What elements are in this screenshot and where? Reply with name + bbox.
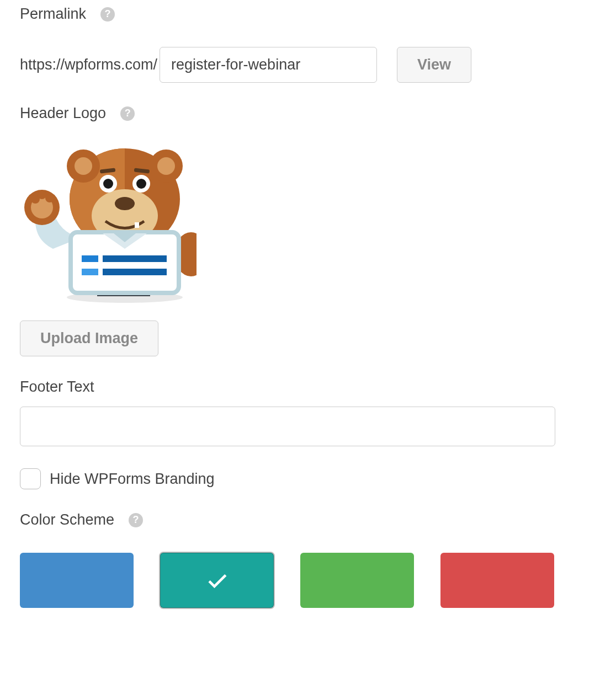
color-swatch-0[interactable] xyxy=(20,553,134,608)
svg-rect-26 xyxy=(82,255,98,262)
footer-text-label: Footer Text xyxy=(20,378,94,396)
help-icon[interactable]: ? xyxy=(100,7,115,22)
footer-text-label-row: Footer Text xyxy=(20,378,94,396)
svg-point-13 xyxy=(157,157,175,175)
color-scheme-label-row: Color Scheme ? xyxy=(20,511,143,528)
view-button[interactable]: View xyxy=(397,47,471,83)
check-icon xyxy=(205,568,229,592)
color-swatch-3[interactable] xyxy=(440,553,554,608)
svg-point-20 xyxy=(136,179,146,189)
footer-text-input[interactable] xyxy=(20,407,555,446)
header-logo-section: Header Logo ? xyxy=(20,105,596,356)
color-scheme-label: Color Scheme xyxy=(20,511,114,528)
permalink-prefix: https://wpforms.com/ xyxy=(20,56,157,73)
svg-rect-27 xyxy=(103,255,167,262)
svg-point-6 xyxy=(38,190,46,199)
color-swatch-2[interactable] xyxy=(300,553,414,608)
svg-rect-29 xyxy=(103,269,167,275)
hide-branding-label: Hide WPForms Branding xyxy=(50,471,215,488)
header-logo-label: Header Logo xyxy=(20,105,106,122)
help-icon[interactable]: ? xyxy=(120,106,135,121)
color-scheme-section: Color Scheme ? xyxy=(20,511,596,608)
permalink-input[interactable] xyxy=(160,47,377,83)
permalink-input-row: https://wpforms.com/ View xyxy=(20,47,596,83)
svg-rect-16 xyxy=(135,222,139,228)
header-logo-label-row: Header Logo ? xyxy=(20,105,135,122)
help-icon[interactable]: ? xyxy=(129,513,143,527)
permalink-label-row: Permalink ? xyxy=(20,6,115,23)
svg-point-11 xyxy=(75,157,92,175)
svg-point-18 xyxy=(103,179,113,189)
color-swatch-row xyxy=(20,553,596,608)
upload-image-button[interactable]: Upload Image xyxy=(20,321,158,356)
svg-rect-28 xyxy=(82,269,98,275)
permalink-label: Permalink xyxy=(20,6,86,23)
color-swatch-1[interactable] xyxy=(160,553,274,608)
svg-point-7 xyxy=(45,194,54,202)
logo-preview xyxy=(20,138,197,304)
permalink-section: Permalink ? https://wpforms.com/ View xyxy=(20,6,596,83)
footer-text-section: Footer Text xyxy=(20,378,596,446)
svg-point-15 xyxy=(115,197,135,210)
hide-branding-row: Hide WPForms Branding xyxy=(20,468,596,489)
hide-branding-checkbox[interactable] xyxy=(20,468,41,489)
mascot-image xyxy=(20,138,197,304)
